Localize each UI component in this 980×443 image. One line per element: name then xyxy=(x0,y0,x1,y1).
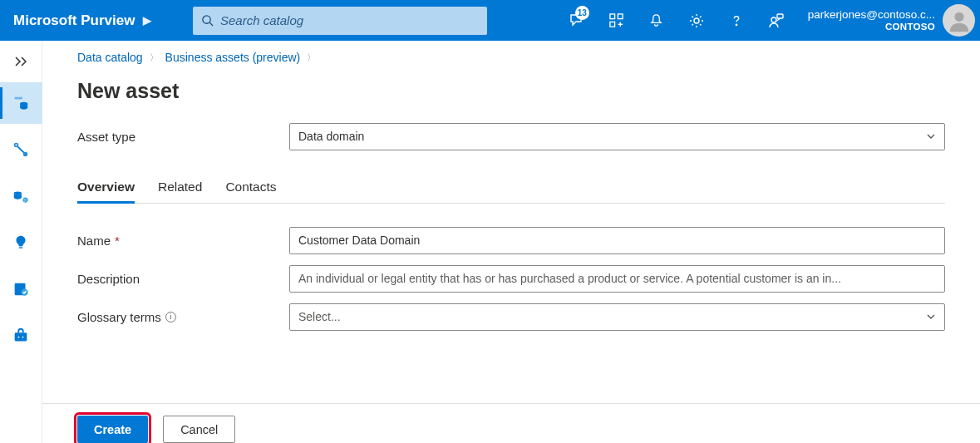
brand[interactable]: Microsoft Purview ▶ xyxy=(0,12,193,29)
svg-rect-4 xyxy=(610,22,615,27)
svg-point-15 xyxy=(15,144,17,145)
input-name-value: Customer Data Domain xyxy=(298,234,420,247)
breadcrumb-item-business-assets[interactable]: Business assets (preview) xyxy=(165,51,301,64)
row-glossary: Glossary terms i Select... xyxy=(77,302,945,332)
brand-title: Microsoft Purview xyxy=(13,12,135,29)
notification-badge: 13 xyxy=(575,6,589,20)
rail-item-insights[interactable] xyxy=(0,222,42,263)
footer-actions: Create Cancel xyxy=(42,403,980,443)
svg-rect-21 xyxy=(15,332,27,341)
svg-point-0 xyxy=(203,16,210,23)
breadcrumb: Data catalog 〉 Business assets (preview)… xyxy=(42,41,980,74)
tab-related[interactable]: Related xyxy=(158,173,202,203)
label-name-text: Name xyxy=(77,234,111,248)
input-name[interactable]: Customer Data Domain xyxy=(289,227,945,254)
rail-item-management[interactable] xyxy=(0,315,42,357)
content-area: Data catalog 〉 Business assets (preview)… xyxy=(42,41,980,443)
tab-contacts[interactable]: Contacts xyxy=(225,173,276,203)
svg-rect-18 xyxy=(19,247,23,249)
breadcrumb-item-catalog[interactable]: Data catalog xyxy=(77,51,143,64)
svg-point-16 xyxy=(14,192,22,195)
rail-expand-icon[interactable] xyxy=(0,46,42,77)
avatar[interactable] xyxy=(943,4,975,37)
info-icon[interactable]: i xyxy=(165,312,176,322)
bell-icon[interactable] xyxy=(637,0,677,41)
svg-rect-10 xyxy=(777,14,783,18)
tabs: Overview Related Contacts xyxy=(77,173,945,204)
row-asset-type: Asset type Data domain xyxy=(77,121,945,151)
svg-point-17 xyxy=(22,197,27,202)
dropdown-asset-type[interactable]: Data domain xyxy=(289,123,945,150)
row-description: Description An individual or legal entit… xyxy=(77,263,945,293)
person-feedback-icon[interactable] xyxy=(756,0,796,41)
required-icon: * xyxy=(115,234,120,248)
label-name: Name * xyxy=(77,234,289,248)
svg-line-1 xyxy=(209,22,213,26)
chevron-right-icon: 〉 xyxy=(307,52,316,64)
row-name: Name * Customer Data Domain xyxy=(77,225,945,255)
create-button[interactable]: Create xyxy=(77,416,148,443)
chevron-down-icon xyxy=(926,312,936,322)
rail-item-policy[interactable] xyxy=(0,268,42,310)
label-description: Description xyxy=(77,272,289,286)
topbar: Microsoft Purview ▶ 13 parkerjones@conto… xyxy=(0,0,980,41)
left-rail xyxy=(0,41,42,443)
shell: Data catalog 〉 Business assets (preview)… xyxy=(0,41,980,443)
label-glossary: Glossary terms i xyxy=(77,310,289,324)
feedback-icon[interactable]: 13 xyxy=(557,0,597,41)
rail-item-lineage[interactable] xyxy=(0,175,42,217)
top-icons: 13 parkerjones@contoso.c... CONTOSO xyxy=(557,0,980,41)
account-email: parkerjones@contoso.c... xyxy=(808,8,935,22)
gear-icon[interactable] xyxy=(677,0,717,41)
brand-chevron-icon: ▶ xyxy=(143,14,151,27)
tenant-name: CONTOSO xyxy=(885,22,935,33)
search-box[interactable] xyxy=(193,7,487,35)
input-description[interactable]: An individual or legal entity that has o… xyxy=(289,265,945,293)
svg-point-11 xyxy=(954,12,963,21)
resource-icon[interactable] xyxy=(597,0,637,41)
tab-overview[interactable]: Overview xyxy=(77,173,135,203)
dropdown-asset-type-value: Data domain xyxy=(298,130,364,143)
dropdown-glossary-placeholder: Select... xyxy=(298,310,341,323)
page: New asset Asset type Data domain Overvie… xyxy=(42,74,980,383)
dropdown-glossary[interactable]: Select... xyxy=(289,303,945,331)
chevron-down-icon xyxy=(926,131,936,141)
svg-point-9 xyxy=(771,17,776,22)
page-title: New asset xyxy=(77,79,945,103)
svg-point-8 xyxy=(736,24,736,25)
help-icon[interactable] xyxy=(717,0,756,41)
label-glossary-text: Glossary terms xyxy=(77,310,161,324)
rail-item-catalog[interactable] xyxy=(0,82,42,124)
svg-rect-2 xyxy=(610,14,615,19)
cancel-button[interactable]: Cancel xyxy=(163,416,235,443)
svg-point-12 xyxy=(20,102,27,106)
search-icon xyxy=(201,14,214,27)
svg-rect-3 xyxy=(618,14,623,19)
chevron-right-icon: 〉 xyxy=(150,52,159,64)
search-input[interactable] xyxy=(220,13,479,27)
account-block[interactable]: parkerjones@contoso.c... CONTOSO xyxy=(796,8,939,33)
label-asset-type: Asset type xyxy=(77,130,289,144)
svg-point-7 xyxy=(694,18,699,23)
rail-item-map[interactable] xyxy=(0,129,42,170)
